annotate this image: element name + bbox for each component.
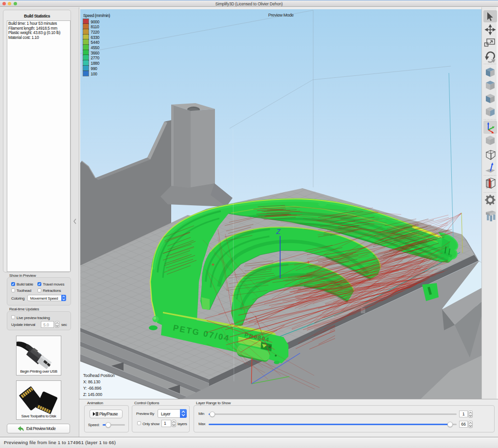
svg-text:Z: Z xyxy=(276,228,281,235)
